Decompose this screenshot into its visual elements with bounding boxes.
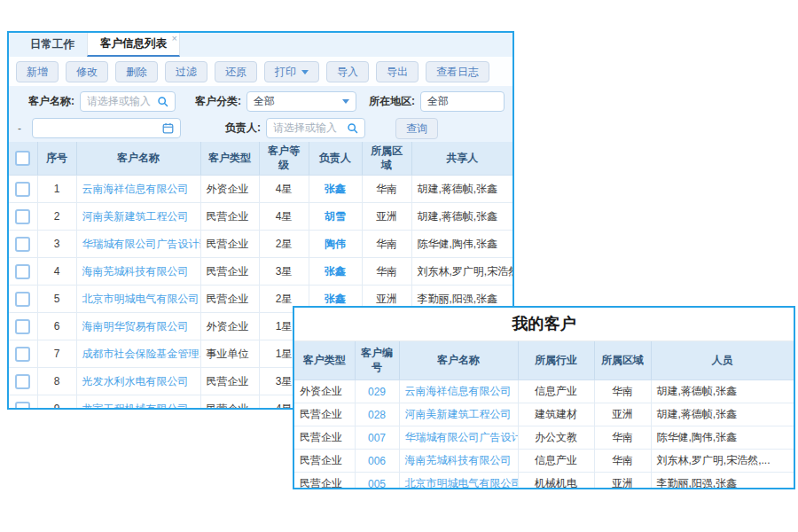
view-log-button[interactable]: 查看日志 [426,61,489,82]
customer-code-cell: 005 [355,473,399,490]
col-checkbox [9,142,37,176]
customer-name-link[interactable]: 华瑞城有限公司广告设计部 [405,431,519,443]
row-checkbox[interactable] [15,237,30,252]
people-cell: 胡建,蒋德帧,张鑫 [651,403,794,426]
customer-name-link[interactable]: 华瑞城有限公司广告设计部 [82,238,201,250]
people-cell: 陈华健,陶伟,张鑫 [651,426,794,450]
my-customer-row[interactable]: 民营企业005北京市明城电气有限公司机械机电亚洲李勤丽,阳强,张鑫 [294,473,794,490]
customer-code-cell: 006 [355,450,399,473]
customer-code-link[interactable]: 029 [368,386,386,398]
my-customer-row[interactable]: 民营企业028河南美新建筑工程公司建筑建材亚洲胡建,蒋德帧,张鑫 [294,403,794,426]
owner-link[interactable]: 张鑫 [325,183,346,195]
customer-code-link[interactable]: 007 [368,432,386,444]
row-checkbox[interactable] [15,374,30,389]
people-cell: 李勤丽,阳强,张鑫 [651,473,794,490]
customer-name-placeholder: 请选择或输入 [87,94,151,109]
close-icon[interactable]: × [172,34,177,43]
customer-class-select[interactable]: 全部 [246,91,356,112]
row-checkbox[interactable] [15,347,30,362]
customer-name-link[interactable]: 河南美新建筑工程公司 [82,210,189,223]
customer-row[interactable]: 2河南美新建筑工程公司民营企业4星胡雪亚洲胡建,蒋德帧,张鑫 [9,203,512,231]
customer-level-cell: 4星 [259,203,309,231]
customer-level-cell: 3星 [259,258,309,286]
my-customer-row[interactable]: 民营企业007华瑞城有限公司广告设计部办公文教华南陈华健,陶伟,张鑫 [294,426,794,450]
customer-name-link[interactable]: 海南明华贸易有限公司 [82,320,189,332]
tab-daily-work[interactable]: 日常工作 [18,33,87,57]
row-checkbox[interactable] [15,209,30,224]
row-checkbox[interactable] [15,182,30,197]
customer-row[interactable]: 1云南海祥信息有限公司外资企业4星张鑫华南胡建,蒋德帧,张鑫 [9,176,512,203]
col-shared: 共享人 [411,142,512,176]
customer-name-link[interactable]: 云南海祥信息有限公司 [82,183,189,195]
customer-code-link[interactable]: 028 [368,409,386,421]
row-checkbox-cell [9,395,37,411]
customer-name-link[interactable]: 光发水利水电有限公司 [82,375,189,387]
region-cell: 华南 [594,426,651,450]
customer-code-link[interactable]: 005 [368,478,386,490]
row-checkbox-cell [9,176,37,203]
tab-customer-list[interactable]: 客户信息列表 × [87,33,180,57]
owner-link[interactable]: 张鑫 [325,293,346,305]
customer-type-cell: 民营企业 [294,403,355,426]
customer-type-cell: 民营企业 [200,368,259,395]
row-checkbox[interactable] [15,402,30,411]
customer-name-link[interactable]: 河南美新建筑工程公司 [405,408,512,420]
customer-type-cell: 民营企业 [294,450,355,473]
owner-link[interactable]: 陶伟 [325,238,346,250]
owner-input[interactable]: 请选择或输入 [266,118,365,138]
restore-button[interactable]: 还原 [215,61,257,82]
customer-name-link[interactable]: 云南海祥信息有限公司 [405,385,512,397]
query-button[interactable]: 查询 [395,118,438,139]
customer-name-link[interactable]: 北京市明城电气有限公司 [82,293,200,305]
select-all-checkbox[interactable] [15,151,30,166]
import-button[interactable]: 导入 [326,61,369,82]
customer-type-cell: 事业单位 [200,340,259,368]
add-button[interactable]: 新增 [16,61,59,82]
row-checkbox-cell [9,340,37,368]
print-button[interactable]: 打印 [264,61,319,82]
customer-name-link[interactable]: 海南芜城科技有限公司 [405,454,512,466]
row-checkbox[interactable] [15,264,30,279]
customer-name-link[interactable]: 成都市社会保险基金管理... [82,348,201,360]
row-checkbox[interactable] [15,319,30,334]
edit-button[interactable]: 修改 [66,61,108,82]
my-customer-row[interactable]: 民营企业006海南芜城科技有限公司信息产业华南刘东林,罗广明,宋浩然,... [294,450,794,473]
customer-name-link[interactable]: 海南芜城科技有限公司 [82,265,189,278]
export-button-label: 导出 [387,66,408,78]
owner-label: 负责人: [225,121,261,136]
owner-cell: 陶伟 [309,231,362,258]
export-button[interactable]: 导出 [376,61,419,82]
customer-code-link[interactable]: 006 [368,455,386,467]
customer-row[interactable]: 3华瑞城有限公司广告设计部民营企业2星陶伟华南陈华健,陶伟,张鑫 [9,231,512,258]
col-region: 所属区域 [362,142,411,176]
restore-button-label: 还原 [225,66,246,78]
customer-row[interactable]: 4海南芜城科技有限公司民营企业3星张鑫华南刘东林,罗广明,宋浩然,张鑫 [9,258,512,286]
owner-placeholder: 请选择或输入 [273,121,337,136]
owner-link[interactable]: 胡雪 [325,210,346,223]
my-customer-row[interactable]: 外资企业029云南海祥信息有限公司信息产业华南胡建,蒋德帧,张鑫 [294,380,794,403]
region-select[interactable]: 全部 [420,91,505,112]
col-name: 客户名称 [399,341,518,380]
filter-button[interactable]: 过滤 [165,61,207,82]
people-cell: 胡建,蒋德帧,张鑫 [651,380,794,403]
row-checkbox-cell [9,368,37,395]
row-checkbox-cell [9,203,37,231]
filter-area: 客户名称: 请选择或输入 客户分类: 全部 所在地区: 全部 - 负责人: [9,86,512,142]
industry-cell: 信息产业 [518,380,594,403]
shared-people-cell: 刘东林,罗广明,宋浩然,张鑫 [411,258,512,286]
customer-type-cell: 民营企业 [294,426,355,450]
row-checkbox[interactable] [15,292,30,307]
people-cell: 刘东林,罗广明,宋浩然,... [651,450,794,473]
customer-code-cell: 029 [355,380,399,403]
date-input[interactable] [32,118,181,138]
customer-name-input[interactable]: 请选择或输入 [80,91,176,112]
col-index: 序号 [37,142,76,176]
delete-button[interactable]: 删除 [115,61,158,82]
region-cell: 华南 [594,450,651,473]
customer-name-cell: 海南明华贸易有限公司 [76,313,200,340]
owner-link[interactable]: 张鑫 [325,265,346,278]
customer-name-link[interactable]: 龙宇工程机械有限公司 [82,403,189,411]
filter-button-label: 过滤 [176,66,197,78]
customer-name-link[interactable]: 北京市明城电气有限公司 [405,477,519,489]
region-cell: 华南 [594,380,651,403]
